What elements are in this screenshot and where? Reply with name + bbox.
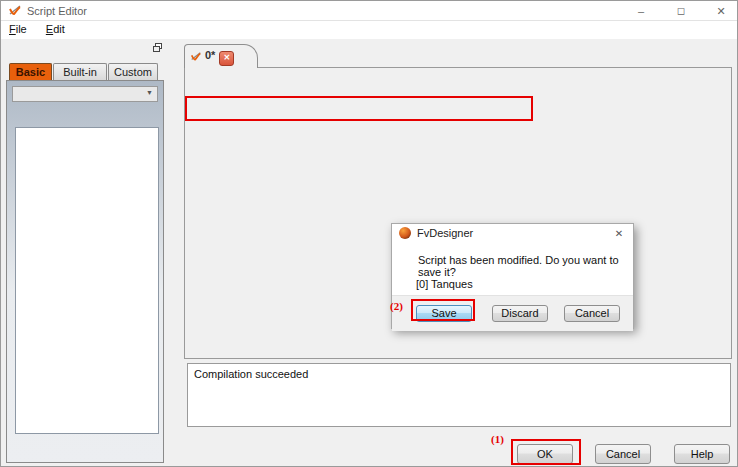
compilation-status-text: Compilation succeeded — [194, 368, 308, 380]
function-filter-select[interactable]: ▼ — [12, 86, 158, 102]
cancel-button[interactable]: Cancel — [595, 444, 651, 464]
window-title: Script Editor — [27, 5, 87, 17]
annotation-label-2: (2) — [390, 300, 403, 312]
ok-button[interactable]: OK — [517, 444, 573, 464]
app-logo-icon — [8, 4, 22, 18]
dialog-item-label: [0] Tanques — [416, 278, 473, 290]
sidebar-tab-built-in[interactable]: Built-in — [53, 63, 107, 81]
maximize-button[interactable]: ◻ — [667, 1, 695, 21]
sidebar-tab-custom[interactable]: Custom — [108, 63, 158, 81]
annotation-label-1: (1) — [491, 433, 504, 445]
dialog-cancel-button[interactable]: Cancel — [564, 305, 620, 322]
sidebar-tab-basic[interactable]: Basic — [9, 63, 52, 81]
dialog-title: FvDesigner — [417, 227, 473, 239]
dialog-titlebar[interactable]: FvDesigner ✕ — [392, 224, 633, 243]
dialog-message: Script has been modified. Do you want to… — [418, 254, 633, 278]
discard-button[interactable]: Discard — [492, 305, 548, 322]
menu-item-file[interactable]: File — [1, 21, 35, 37]
script-tab-label: 0* — [205, 49, 215, 61]
float-panel-icon — [152, 42, 163, 53]
dialog-close-button[interactable]: ✕ — [611, 226, 627, 241]
save-button[interactable]: Save — [416, 305, 472, 322]
float-panel-button[interactable] — [150, 42, 165, 55]
minimize-button[interactable]: – — [627, 1, 655, 21]
help-button[interactable]: Help — [674, 444, 730, 464]
script-icon — [190, 51, 202, 63]
tab-close-button[interactable]: ✕ — [219, 51, 234, 66]
close-icon: ✕ — [224, 53, 231, 62]
menu-item-edit[interactable]: Edit — [38, 21, 73, 37]
dialog-footer: Save Discard Cancel — [392, 295, 633, 331]
chevron-down-icon: ▼ — [146, 89, 153, 96]
fvdesigner-app-icon — [399, 227, 411, 239]
close-button[interactable]: ✕ — [707, 1, 735, 21]
window-titlebar: Script Editor – ◻ ✕ — [1, 1, 737, 21]
script-tab[interactable]: 0*✕ — [184, 44, 258, 68]
menu-bar: File Edit — [1, 21, 737, 39]
function-list[interactable] — [15, 127, 159, 434]
save-confirmation-dialog: FvDesigner ✕ Script has been modified. D… — [391, 223, 634, 329]
compilation-status-box: Compilation succeeded — [187, 363, 731, 427]
script-editor-window: Script Editor – ◻ ✕ File Edit Basic Buil… — [0, 0, 738, 467]
